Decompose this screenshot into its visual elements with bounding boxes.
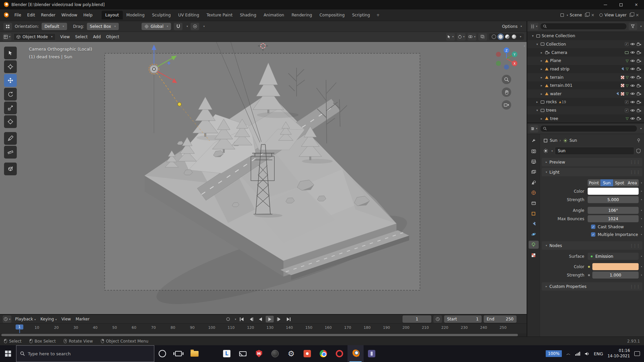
expander-icon[interactable]: ▸ <box>540 84 543 87</box>
next-keyframe-button[interactable] <box>275 316 283 322</box>
menu-item[interactable]: Help <box>80 11 95 19</box>
editor-type-icon[interactable]: ▾ <box>3 33 11 41</box>
play-button[interactable] <box>266 316 274 322</box>
outliner-row[interactable]: ▸terrain▽ <box>527 73 644 81</box>
hide-viewport-icon[interactable] <box>630 101 635 104</box>
zoom-icon[interactable] <box>502 75 511 84</box>
start-frame-field[interactable]: Start1 <box>444 315 482 323</box>
tab-object[interactable] <box>529 209 539 218</box>
workspace-tab[interactable]: Rendering <box>288 11 316 19</box>
minimize-button[interactable] <box>598 0 613 9</box>
playhead[interactable]: 1 <box>16 324 23 329</box>
light-type-button[interactable]: Sun <box>600 179 613 186</box>
expander-icon[interactable]: ▸ <box>535 100 539 104</box>
taskbar-app-task-view[interactable] <box>170 345 186 362</box>
light-type-button[interactable]: Point <box>588 179 600 186</box>
surface-shader-field[interactable]: Emission <box>588 253 639 260</box>
timeline-scrollbar[interactable] <box>0 333 527 337</box>
outliner-item-label[interactable]: Scene Collection <box>542 34 575 38</box>
light-angle-field[interactable]: 106° <box>588 207 639 214</box>
taskbar-app-app-red[interactable] <box>299 345 315 362</box>
shading-rendered-icon[interactable] <box>512 35 516 39</box>
hide-viewport-icon[interactable] <box>630 43 635 46</box>
overlays-toggle-icon[interactable]: ▾ <box>468 33 476 41</box>
workspace-tab[interactable]: Animation <box>260 11 288 19</box>
expander-icon[interactable]: ▸ <box>540 92 543 96</box>
outliner-item-label[interactable]: terrain <box>550 75 564 80</box>
panel-nodes[interactable]: ▾Nodes⋮⋮⋮ <box>542 241 642 250</box>
drag-dropdown[interactable]: Select Box▾ <box>87 23 119 30</box>
hide-viewport-icon[interactable] <box>630 59 635 62</box>
preview-range-icon[interactable] <box>433 315 442 323</box>
tool-scale[interactable] <box>4 102 17 114</box>
outliner-row[interactable]: ▸road strip▽ <box>527 65 644 73</box>
new-view-layer-icon[interactable] <box>630 13 633 17</box>
xray-toggle-icon[interactable] <box>478 33 487 41</box>
expander-icon[interactable]: ▾ <box>531 34 535 38</box>
taskbar-app-opera[interactable] <box>331 345 347 362</box>
hidden-icons-chevron[interactable]: ︿ <box>566 351 571 357</box>
viewport-menu-item[interactable]: Object <box>103 34 122 40</box>
start-button[interactable] <box>0 345 16 362</box>
disable-render-icon[interactable] <box>637 92 641 96</box>
taskbar-app-edge[interactable] <box>203 345 219 362</box>
expander-icon[interactable]: ▸ <box>540 59 543 62</box>
outliner-row[interactable]: ▸Plane▽ <box>527 57 644 65</box>
properties-search-input[interactable] <box>540 125 637 132</box>
exclude-checkbox[interactable]: ✓ <box>625 42 629 46</box>
tab-object-data[interactable] <box>529 241 539 249</box>
expander-icon[interactable]: ▾ <box>535 43 539 46</box>
filter-funnel-icon[interactable] <box>629 23 637 30</box>
outliner-row[interactable]: ▸terrain.001▽ <box>527 81 644 90</box>
play-reverse-button[interactable] <box>256 316 264 322</box>
current-frame-field[interactable]: 1 <box>402 315 431 323</box>
disable-render-icon[interactable] <box>637 67 641 71</box>
menu-item[interactable]: Window <box>58 11 80 19</box>
outliner-options-icon[interactable]: ▾ <box>640 25 642 28</box>
delete-scene-icon[interactable]: × <box>590 13 595 17</box>
options-dropdown[interactable]: Options▾ <box>501 23 523 29</box>
tab-physics[interactable] <box>529 230 539 238</box>
outliner-search-input[interactable] <box>540 23 627 30</box>
maximize-button[interactable] <box>613 0 629 9</box>
disable-render-icon[interactable] <box>637 100 641 104</box>
hide-viewport-icon[interactable] <box>630 109 635 112</box>
tab-collection[interactable] <box>529 199 539 207</box>
menu-item[interactable]: File <box>11 11 24 19</box>
outliner-editor-icon[interactable]: ▾ <box>530 23 538 30</box>
taskbar-search-input[interactable]: Type here to search <box>16 345 154 362</box>
viewport-menu-item[interactable]: Add <box>90 34 103 40</box>
outliner-row[interactable]: ▸tree▽ <box>527 114 644 123</box>
disable-render-icon[interactable] <box>637 109 641 112</box>
camera-object-icon[interactable] <box>545 51 550 54</box>
tab-view-layer[interactable] <box>529 168 539 176</box>
exclude-checkbox[interactable]: ✓ <box>625 100 629 104</box>
view-layer-selector[interactable]: View Layer × <box>598 12 641 18</box>
expander-icon[interactable]: ▾ <box>535 109 539 112</box>
taskbar-app-app-l[interactable]: L <box>219 345 235 362</box>
timeline-menu-item[interactable]: Playback▾ <box>13 316 38 322</box>
panel-custom-properties[interactable]: ▸Custom Properties⋮⋮⋮ <box>542 282 642 291</box>
breadcrumb-object[interactable]: Sun <box>550 138 557 143</box>
disable-render-icon[interactable] <box>637 75 641 79</box>
taskbar-app-defender[interactable]: M <box>251 345 267 362</box>
taskbar-app-mail[interactable] <box>235 345 251 362</box>
outliner-item-label[interactable]: tree <box>550 116 558 121</box>
outliner-item-label[interactable]: Camera <box>551 50 567 55</box>
selectability-dropdown[interactable]: ▾ <box>446 33 455 41</box>
menu-item[interactable]: Edit <box>24 11 38 19</box>
outliner-row[interactable]: ▾trees✓ <box>527 106 644 115</box>
snap-magnet-icon[interactable] <box>174 23 182 30</box>
properties-editor-icon[interactable]: ▾ <box>530 125 538 132</box>
gizmos-toggle-icon[interactable]: ▾ <box>457 33 466 41</box>
timeline-menu-item[interactable]: Marker <box>73 316 92 322</box>
expander-icon[interactable]: ▸ <box>540 76 543 79</box>
tool-move[interactable] <box>4 74 17 87</box>
outliner-item-label[interactable]: Collection <box>546 42 566 47</box>
disable-render-icon[interactable] <box>637 84 641 87</box>
taskbar-app-file-explorer[interactable] <box>186 345 203 362</box>
tool-measure[interactable] <box>4 146 17 159</box>
tool-cursor[interactable] <box>4 60 17 73</box>
disable-render-icon[interactable] <box>637 59 641 63</box>
workspace-tab[interactable]: Modeling <box>123 11 149 19</box>
